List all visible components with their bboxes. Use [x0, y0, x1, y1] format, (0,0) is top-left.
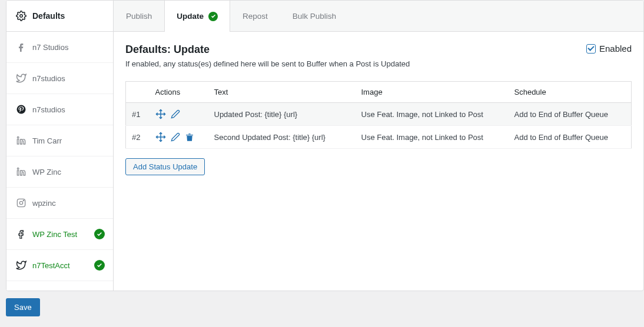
sidebar-item-label: wpzinc: [32, 199, 56, 208]
page-description: If enabled, any status(es) defined here …: [125, 59, 632, 68]
check-icon: [94, 260, 105, 271]
edit-icon[interactable]: [171, 109, 180, 119]
sidebar-item-wpzinctest[interactable]: WP Zinc Test: [6, 219, 113, 250]
move-icon[interactable]: [155, 132, 166, 142]
tab-bulk-publish[interactable]: Bulk Publish: [280, 1, 348, 31]
main-panel: Publish Update Repost Bulk Publish Defau…: [114, 1, 643, 291]
svg-point-0: [20, 15, 23, 18]
linkedin-icon: [16, 167, 26, 176]
facebook-icon: [16, 229, 26, 239]
save-button[interactable]: Save: [6, 298, 40, 316]
gear-icon: [16, 11, 26, 21]
row-index: #2: [126, 126, 150, 149]
col-header-schedule: Schedule: [509, 82, 632, 103]
row-schedule: Add to End of Buffer Queue: [509, 126, 632, 149]
enabled-toggle[interactable]: Enabled: [586, 44, 632, 54]
tab-label: Repost: [243, 12, 268, 21]
enabled-label: Enabled: [599, 44, 632, 54]
svg-point-3: [17, 136, 19, 138]
col-header-image: Image: [356, 82, 509, 103]
sidebar-item-label: n7studios: [32, 105, 65, 114]
sidebar-item-n7studios-fb[interactable]: n7 Studios: [6, 32, 113, 63]
facebook-icon: [16, 42, 26, 52]
tab-publish[interactable]: Publish: [114, 1, 164, 31]
col-header-actions: Actions: [150, 82, 208, 103]
row-schedule: Add to End of Buffer Queue: [509, 103, 632, 126]
tabs: Publish Update Repost Bulk Publish: [114, 1, 643, 32]
svg-rect-4: [17, 171, 19, 175]
twitter-icon: [16, 73, 26, 84]
sidebar-item-label: Tim Carr: [32, 136, 62, 145]
sidebar-item-n7studios-tw[interactable]: n7studios: [6, 63, 113, 94]
sidebar-item-wpzinc-li[interactable]: WP Zinc: [6, 156, 113, 188]
twitter-icon: [16, 260, 26, 271]
svg-point-7: [19, 201, 22, 204]
sidebar-item-label: n7studios: [32, 74, 65, 83]
edit-icon[interactable]: [171, 132, 180, 142]
svg-point-5: [17, 168, 19, 169]
sidebar-item-n7studios-pin[interactable]: n7studios: [6, 94, 113, 125]
status-table: Actions Text Image Schedule #1: [125, 81, 632, 149]
row-text: Updated Post: {title} {url}: [208, 103, 356, 126]
row-text: Second Updated Post: {title} {url}: [208, 126, 356, 149]
check-icon: [94, 229, 105, 239]
sidebar-header-label: Defaults: [32, 11, 65, 21]
table-row: #2 Second Updated Post: {title} {url} Us…: [126, 126, 632, 149]
sidebar: Defaults n7 Studios n7studios n7studios …: [6, 1, 114, 291]
sidebar-item-n7testacct[interactable]: n7TestAcct: [6, 250, 113, 281]
tab-update[interactable]: Update: [164, 1, 230, 32]
add-status-button[interactable]: Add Status Update: [125, 158, 205, 175]
sidebar-item-wpzinc-ig[interactable]: wpzinc: [6, 188, 113, 219]
pinterest-icon: [16, 104, 26, 115]
page-title: Defaults: Update: [125, 44, 210, 56]
tab-label: Bulk Publish: [293, 12, 336, 21]
sidebar-item-timcarr[interactable]: Tim Carr: [6, 125, 113, 156]
col-header-text: Text: [208, 82, 356, 103]
tab-repost[interactable]: Repost: [230, 1, 280, 31]
row-image: Use Feat. Image, not Linked to Post: [356, 126, 509, 149]
row-image: Use Feat. Image, not Linked to Post: [356, 103, 509, 126]
sidebar-header-defaults[interactable]: Defaults: [6, 1, 113, 32]
svg-rect-2: [17, 139, 19, 144]
sidebar-item-label: WP Zinc: [32, 168, 61, 176]
row-index: #1: [126, 103, 150, 126]
enabled-checkbox[interactable]: [586, 44, 596, 54]
tab-label: Update: [177, 12, 204, 21]
table-row: #1 Updated Post: {title} {url} Use Feat.…: [126, 103, 632, 126]
col-header-index: [126, 82, 150, 103]
instagram-icon: [16, 198, 26, 208]
check-icon: [208, 12, 218, 21]
linkedin-icon: [16, 136, 26, 145]
sidebar-item-label: n7TestAcct: [32, 261, 70, 270]
sidebar-item-label: WP Zinc Test: [32, 230, 77, 239]
move-icon[interactable]: [155, 109, 166, 119]
svg-point-8: [23, 200, 24, 201]
sidebar-item-label: n7 Studios: [32, 43, 68, 52]
tab-label: Publish: [126, 12, 152, 21]
delete-icon[interactable]: [185, 132, 194, 142]
